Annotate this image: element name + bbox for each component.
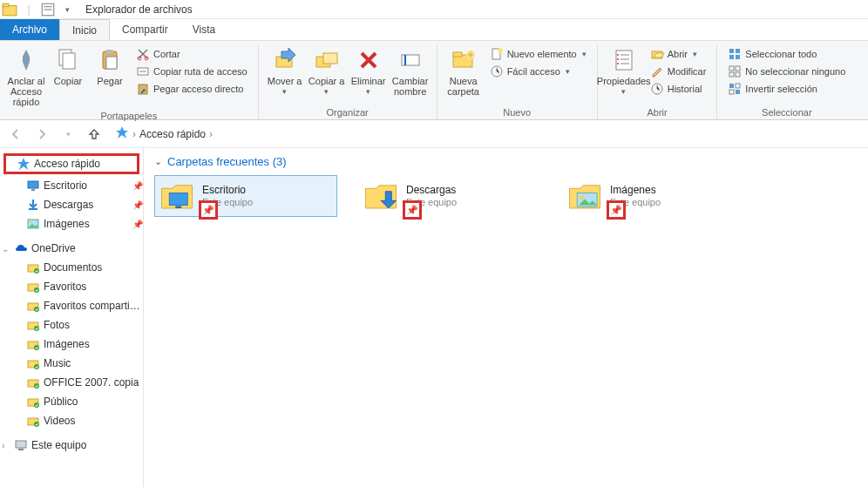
sidebar-item-od-videos[interactable]: Videos [0,411,143,430]
sidebar-item-od-favoritos[interactable]: Favoritos [0,277,143,296]
sidebar-label: Público [44,396,143,408]
sidebar-item-od-fotos[interactable]: Fotos [0,315,143,335]
breadcrumb-root[interactable]: Acceso rápido [139,128,206,140]
rename-icon [397,46,424,74]
invert-selection-button[interactable]: Invertir selección [726,81,847,97]
svg-rect-39 [729,66,734,71]
breadcrumb[interactable]: › Acceso rápido › [115,125,213,142]
chevron-down-icon[interactable]: ⌄ [2,244,12,254]
svg-point-29 [617,63,619,64]
main-area: Acceso rápido Escritorio 📌 Descargas 📌 I… [0,148,868,487]
folder-sync-icon [26,375,40,389]
folder-sync-icon [26,260,40,274]
group-label-clipboard: Portapapeles [100,109,157,121]
sidebar-item-od-office[interactable]: OFFICE 2007. copia [0,373,143,392]
svg-rect-71 [18,449,24,450]
edit-button[interactable]: Modificar [648,64,709,79]
svg-rect-72 [169,193,187,206]
sidebar-item-quick-access[interactable]: Acceso rápido [3,153,139,174]
svg-point-28 [617,58,619,60]
sidebar-label: Imágenes [44,338,143,350]
folder-downloads-icon [363,178,399,214]
svg-rect-48 [31,189,35,191]
sidebar-label: Escritorio [44,179,129,192]
window-title: Explorador de archivos [85,3,193,16]
chevron-right-icon[interactable]: › [2,441,12,450]
sidebar-item-downloads[interactable]: Descargas 📌 [0,195,143,214]
pin-quick-access-button[interactable]: Anclar al Acceso rápido [5,44,47,109]
pin-icon: 📌 [132,200,143,210]
paste-shortcut-button[interactable]: Pegar acceso directo [134,81,249,97]
cut-button[interactable]: Cortar [134,46,249,62]
sidebar-item-this-pc[interactable]: › Este equipo [0,436,143,455]
nav-back-button[interactable] [5,124,26,145]
history-button[interactable]: Historial [648,81,709,97]
copy-button[interactable]: Copiar [47,44,89,88]
qat-properties-icon[interactable] [40,2,56,17]
sidebar-item-onedrive[interactable]: ⌄ OneDrive [0,239,143,258]
copy-to-button[interactable]: Copiar a [306,44,348,98]
sidebar-item-od-fav-comp[interactable]: Favoritos compartidos [0,296,143,315]
pin-indicator-highlight: 📌 [403,200,422,220]
chevron-down-icon: ⌄ [154,156,162,167]
folder-item-escritorio[interactable]: Escritorio Este equipo 📌 [154,175,337,217]
select-all-label: Seleccionar todo [745,49,817,59]
qat-dropdown-icon[interactable]: ▾ [59,2,75,17]
nav-up-button[interactable] [84,124,105,145]
folder-sync-icon [26,414,40,428]
select-none-button[interactable]: No seleccionar ninguno [726,64,847,79]
copy-path-label: Copiar ruta de acceso [153,66,248,77]
sidebar-item-od-documentos[interactable]: Documentos [0,258,143,277]
pin-icon [12,46,40,74]
open-button[interactable]: Abrir▾ [648,46,709,62]
properties-button[interactable]: Propiedades [603,44,645,98]
rename-button[interactable]: Cambiar nombre [390,44,431,98]
svg-rect-73 [175,206,181,208]
sidebar-item-od-publico[interactable]: Público [0,392,143,411]
select-all-button[interactable]: Seleccionar todo [726,46,847,62]
svg-rect-46 [736,90,740,94]
sidebar-item-desktop[interactable]: Escritorio 📌 [0,176,143,195]
copy-label: Copiar [54,76,82,86]
tab-home[interactable]: Inicio [59,19,110,40]
nav-forward-button[interactable] [31,124,52,145]
pin-icon: 📌 [132,181,143,191]
pin-label: Anclar al Acceso rápido [7,76,45,107]
sidebar-label: Imágenes [44,218,129,230]
folder-item-imagenes[interactable]: Imágenes Este equipo 📌 [562,175,745,217]
tab-file[interactable]: Archivo [0,19,59,40]
sidebar-label: OneDrive [31,242,143,254]
sidebar-label: Documentos [44,261,143,274]
sidebar-label: Favoritos compartidos [44,300,143,312]
pictures-icon [26,217,40,231]
move-label: Mover a [268,76,302,86]
tab-view[interactable]: Vista [180,19,227,40]
delete-button[interactable]: Eliminar [348,44,390,98]
folder-item-descargas[interactable]: Descargas Este equipo 📌 [358,175,541,217]
folder-sync-icon [26,356,40,370]
copy-path-button[interactable]: Copiar ruta de acceso [134,64,249,79]
new-folder-button[interactable]: Nueva carpeta [443,44,485,98]
pin-icon: 📌 [132,220,143,229]
edit-icon [650,64,664,78]
tab-share[interactable]: Compartir [110,19,180,40]
move-to-button[interactable]: Mover a [264,44,306,98]
section-header[interactable]: ⌄ Carpetas frecuentes (3) [154,155,858,168]
new-item-button[interactable]: Nuevo elemento▾ [488,46,588,62]
sidebar-item-pictures[interactable]: Imágenes 📌 [0,214,143,233]
svg-point-24 [498,48,503,53]
downloads-icon [26,198,40,212]
pin-indicator-highlight: 📌 [607,200,626,220]
svg-rect-6 [63,53,75,69]
group-label-organize: Organizar [326,105,368,118]
easy-access-button[interactable]: Fácil acceso▾ [488,64,588,79]
easy-access-icon [490,64,504,78]
nav-recent-dropdown[interactable]: ▾ [58,124,78,145]
nav-bar: ▾ › Acceso rápido › [0,120,868,148]
sidebar-item-od-imagenes[interactable]: Imágenes [0,335,143,354]
sidebar-item-od-music[interactable]: Music [0,354,143,373]
svg-rect-26 [616,51,632,70]
folder-name: Escritorio [202,184,253,196]
invert-selection-icon [728,82,742,96]
paste-button[interactable]: Pegar [89,44,131,88]
